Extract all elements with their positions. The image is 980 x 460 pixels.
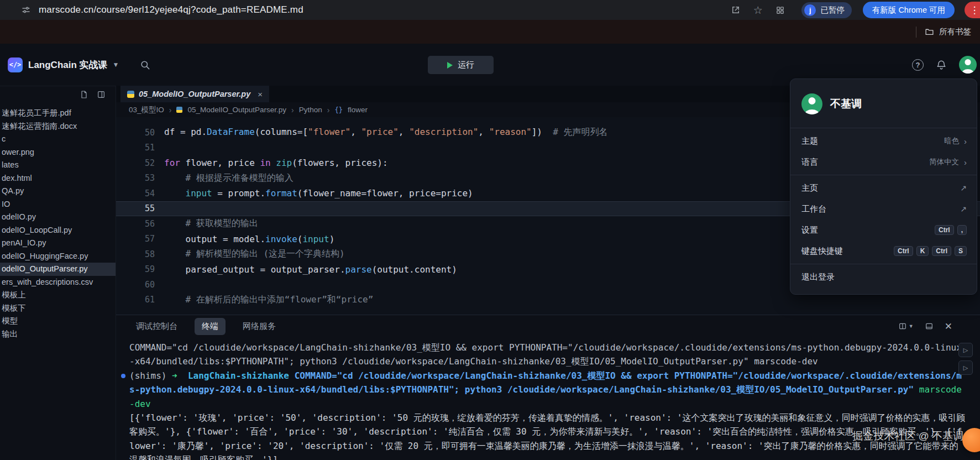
line-number: 52 (116, 158, 164, 168)
file-item[interactable]: penAI_IO.py (0, 237, 116, 250)
panel-actions: ▼ ✕ (898, 321, 952, 332)
file-item[interactable]: QA.py (0, 185, 116, 198)
file-item[interactable]: odelIO_HuggingFace.py (0, 250, 116, 263)
open-in-editor-icon[interactable]: ▷ (958, 360, 973, 375)
file-item[interactable]: 速鲜花运营指南.docx (0, 120, 116, 133)
help-icon[interactable]: ? (912, 59, 924, 71)
split-terminal-icon[interactable]: ▼ (898, 322, 914, 331)
breadcrumb-item[interactable]: Python (299, 106, 322, 114)
terminal-side-buttons: ▷ ▷ (958, 343, 973, 375)
open-in-editor-icon[interactable]: ▷ (958, 343, 973, 357)
divider (790, 128, 977, 128)
bookmark-star-icon[interactable]: ☆ (750, 2, 766, 18)
file-item[interactable]: IO (0, 198, 116, 211)
bottom-panel: 调试控制台终端网络服务 ▼ (116, 315, 980, 460)
menu-item-home[interactable]: 主页↗ (790, 177, 977, 198)
file-item[interactable]: 模型 (0, 315, 116, 328)
file-item[interactable]: 模板上 (0, 289, 116, 302)
open-editors-icon[interactable] (97, 90, 106, 99)
bookmarks-bar: 所有书签 (0, 20, 980, 44)
breadcrumb-item[interactable]: 03_模型IO (129, 105, 164, 115)
symbol-icon (334, 106, 342, 114)
close-panel-icon[interactable]: ✕ (945, 321, 952, 332)
folder-icon (925, 27, 934, 36)
breadcrumb-item[interactable]: flower (348, 106, 368, 114)
breadcrumb-separator-icon: › (327, 106, 330, 114)
line-number: 57 (116, 234, 164, 244)
bookmarks-divider (916, 27, 916, 38)
file-item[interactable]: 输出 (0, 328, 116, 341)
screen: marscode.cn/course/9erl12yejee4qj?code_p… (0, 0, 980, 460)
close-tab-icon[interactable]: × (258, 90, 263, 99)
terminal-line: COMMAND="cd /cloudide/workspace/LangChai… (129, 341, 966, 369)
menu-item-label: 语言 (801, 157, 818, 168)
chevron-down-icon: ▼ (909, 323, 914, 329)
code-text: parsed_output = output_parser.parse(outp… (164, 264, 457, 275)
code-text: # 根据提示准备模型的输入 (164, 172, 294, 184)
all-bookmarks-label[interactable]: 所有书签 (939, 27, 971, 37)
open-in-new-icon[interactable] (727, 2, 744, 18)
menu-item-label: 退出登录 (801, 272, 835, 283)
browser-menu-icon[interactable]: ⋮ (965, 2, 980, 18)
panel-tab[interactable]: 终端 (195, 318, 226, 335)
keyboard-shortcut: Ctrl (932, 246, 951, 256)
code-text: # 在解析后的输出中添加“flower”和“price” (164, 294, 373, 306)
divider (790, 175, 977, 175)
line-number: 60 (116, 280, 164, 290)
file-item[interactable]: odelIO.py (0, 211, 116, 224)
terminal-output[interactable]: COMMAND="cd /cloudide/workspace/LangChai… (116, 337, 980, 460)
line-number: 51 (116, 143, 164, 153)
menu-item-value: 简体中文 (929, 157, 959, 167)
chevron-down-icon[interactable]: ▼ (113, 61, 119, 69)
menu-item-shortcuts[interactable]: 键盘快捷键CtrlKCtrlS (790, 241, 977, 262)
extensions-icon[interactable] (772, 2, 788, 18)
panel-tab[interactable]: 网络服务 (235, 318, 283, 335)
editor-tab[interactable]: 05_ModelIO_OutputParser.py × (120, 86, 269, 102)
extension-paused-badge[interactable]: j 已暂停 (801, 2, 852, 18)
menu-item-language[interactable]: 语言简体中文› (790, 151, 977, 172)
keyboard-shortcut: K (916, 246, 929, 256)
file-item[interactable]: odelIO_LoopCall.py (0, 224, 116, 237)
tab-title: 05_ModelIO_OutputParser.py (139, 90, 250, 98)
menu-item-workbench[interactable]: 工作台↗ (790, 198, 977, 219)
line-number: 53 (116, 173, 164, 183)
menu-item-theme[interactable]: 主题暗色› (790, 130, 977, 151)
file-item[interactable]: ers_with_descriptions.csv (0, 276, 116, 289)
line-number: 54 (116, 189, 164, 198)
code-text: df = pd.DataFrame(columns=["flower", "pr… (164, 127, 607, 138)
menu-item-label: 工作台 (801, 204, 826, 215)
file-item[interactable]: 速鲜花员工手册.pdf (0, 107, 116, 120)
file-item[interactable]: lates (0, 159, 116, 172)
keyboard-shortcut: Ctrl (935, 225, 954, 235)
code-text: # 解析模型的输出 (这是一个字典结构) (164, 248, 345, 260)
url-text[interactable]: marscode.cn/course/9erl12yejee4qj?code_p… (39, 4, 303, 15)
menu-item-settings[interactable]: 设置Ctrl, (790, 219, 977, 241)
menu-item-logout[interactable]: 退出登录 (790, 266, 977, 288)
new-file-icon[interactable] (80, 90, 88, 99)
site-settings-icon[interactable] (19, 3, 33, 17)
terminal-line: [{'flower': '玫瑰', 'price': '50', 'descri… (129, 411, 966, 460)
user-avatar[interactable] (959, 56, 977, 74)
workspace-logo-icon: </> (8, 58, 23, 72)
file-item[interactable]: ower.png (0, 146, 116, 159)
run-button[interactable]: 运行 (428, 56, 494, 74)
chrome-update-button[interactable]: 有新版 Chrome 可用 (863, 2, 955, 18)
file-item[interactable]: odelIO_OutputParser.py (0, 263, 116, 276)
file-item[interactable]: 模板下 (0, 302, 116, 315)
external-link-icon: ↗ (960, 205, 967, 213)
code-text: # 获取模型的输出 (164, 218, 258, 229)
file-item[interactable]: dex.html (0, 172, 116, 185)
panel-tab[interactable]: 调试控制台 (129, 318, 185, 335)
chevron-right-icon: › (964, 158, 967, 167)
panel-tabs: 调试控制台终端网络服务 (129, 318, 283, 335)
breadcrumb-separator-icon: › (169, 106, 172, 114)
file-item[interactable]: c (0, 133, 116, 146)
bell-icon[interactable] (936, 59, 947, 70)
workspace-title[interactable]: LangChain 实战课 (28, 59, 108, 71)
menu-item-label: 主题 (801, 136, 818, 147)
maximize-panel-icon[interactable] (925, 322, 934, 331)
username: 不基调 (830, 97, 862, 111)
breadcrumb-item[interactable]: 05_ModelIO_OutputParser.py (187, 106, 286, 114)
python-file-icon (127, 91, 134, 98)
search-icon[interactable] (140, 60, 150, 70)
